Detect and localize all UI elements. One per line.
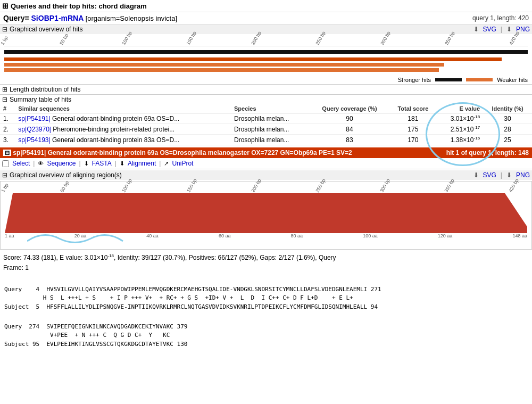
row1-seq: sp|P54191| General odorant-binding prote… [15,113,231,124]
hit-toolbar: Select | 👁 Sequence | ⬇ FASTA | ⬇ Alignm… [0,158,532,169]
chord-diagram-header: ⊞ Queries and their top hits: chord diag… [0,0,532,12]
table-row[interactable]: 1. sp|P54191| General odorant-binding pr… [0,113,532,124]
graphical-aligning-body: 1 bp 50 bp 100 bp 150 bp 200 bp 250 bp 3… [0,181,532,250]
mid-seq-2: V+PEE + N +++ C Q G D C+ Y KC [4,332,170,339]
ruler-ticks-line [4,46,528,47]
query-title: Query= SiOBP1-mRNA [organism=Solenopsis … [3,14,177,22]
row3-score: 170 [389,135,437,145]
graphical-overview-label: Graphical overview of hits [10,26,82,33]
row1-coverage: 90 [310,113,389,124]
plus-icon[interactable]: ⊞ [2,2,9,10]
export-svg-link[interactable]: SVG [483,26,496,33]
mid-seq-1: H S L +++L + S + I P +++ V+ + RC+ + G S … [4,294,353,301]
row2-seq: sp|Q23970| Pheromone-binding protein-rel… [15,124,231,135]
query-end-2: 379 [173,323,188,330]
row2-score: 175 [389,124,437,135]
row2-identity: 28 [483,124,532,135]
col-identity: Identity (%) [483,104,532,113]
length-dist-label: Length distribution of hits [10,86,80,93]
table-row[interactable]: 3. sp|P54193| General odorant-binding pr… [0,135,532,145]
row2-id-link[interactable]: sp|Q23970| [18,126,51,133]
row3-species: Drosophila melan... [231,135,310,145]
row3-id-link[interactable]: sp|P54193| [18,136,50,144]
subject-seq-2: EVLPEEIHKTINGLVSSCGTQKGKDGCDTAYETVKC [46,341,173,348]
query-bar [4,50,528,54]
swish-area [1,238,531,249]
row1-id-link[interactable]: sp|P54191| [18,115,50,122]
aligning-svg [5,193,527,233]
graphical-export-links: ⬇ SVG | ⬇ PNG [473,26,530,33]
table-header-row: # Similar sequences Species Query covera… [0,104,532,113]
subject-end-2: 130 [173,341,188,348]
aligning-png-link[interactable]: PNG [516,171,530,179]
aligning-export-links: ⬇ SVG | ⬇ PNG [473,171,530,179]
row1-evalue: 3.01×10-18 [437,113,483,124]
col-coverage: Query coverage (%) [310,104,389,113]
subject-seq-1: HFSFFLALLILYDLIPSNQGVE-INPTIIKQVRKLRMRCL… [46,303,367,310]
row3-identity: 25 [483,135,532,145]
subject-label-1: Subject 5 [4,303,46,310]
score-line: Score: 74.33 (181), E value: 3.01×10-18,… [3,253,529,263]
sequence-link[interactable]: Sequence [47,160,76,167]
weaker-hits-bar [466,78,493,81]
weaker-hits-label: Weaker hits [497,77,528,83]
row3-name: General odorant-binding protein 83a OS=D… [52,136,179,144]
stronger-hits-bar [435,78,462,81]
row2-name: Pheromone-binding protein-related protei… [53,126,174,133]
swish-svg [27,230,134,252]
hit-bars-area [4,48,528,75]
row3-evalue: 1.38×10-16 [437,135,483,145]
col-species: Species [231,104,310,113]
ruler-top: 1 bp 50 bp 100 bp 150 bp 200 bp 250 bp 3… [0,34,532,46]
row2-evalue: 2.51×10-17 [437,124,483,135]
swish-path [27,235,123,243]
row3-coverage: 83 [310,135,389,145]
aligning-minus-icon[interactable]: ⊟ [2,171,7,179]
row1-species: Drosophila melan... [231,113,310,124]
row3-num: 3. [0,135,15,145]
score-section: Score: 74.33 (181), E value: 3.01×10-18,… [0,251,532,275]
row1-score: 181 [389,113,437,124]
summary-table-label: Summary table of hits [10,96,71,103]
score-rest: , Identity: 39/127 (30.7%), Positives: 6… [114,254,336,261]
row2-coverage: 84 [310,124,389,135]
select-checkbox[interactable] [2,160,9,167]
alignment-block-2: Query 274 SVIPEEFQEIGNKILNKCAVQDGADKCEKI… [0,312,532,350]
row3-seq: sp|P54193| General odorant-binding prote… [15,135,231,145]
select-link[interactable]: Select [12,160,30,167]
length-dist-plus-icon[interactable]: ⊞ [2,86,7,93]
stronger-hits-label: Stronger hits [398,77,431,83]
hit-bar-3 [4,68,439,72]
selected-hit-row[interactable]: ⊟ sp|P54191| General odorant-binding pro… [0,147,532,158]
col-similar-seq: Similar sequences [15,104,231,113]
subject-label-2: Subject 95 [4,341,46,348]
row1-num: 1. [0,113,15,124]
col-num: # [0,104,15,113]
summary-minus-icon[interactable]: ⊟ [2,96,7,103]
query-name: SiOBP1-mRNA [31,14,84,22]
aligning-svg-link[interactable]: SVG [483,171,496,179]
summary-table-container: # Similar sequences Species Query covera… [0,104,532,145]
uniprot-link[interactable]: UniProt [172,160,193,167]
row2-species: Drosophila melan... [231,124,310,135]
aligning-fill-area [5,193,527,233]
graphical-overview-body: 1 bp 50 bp 100 bp 150 bp 200 bp 250 bp 3… [0,34,532,84]
selected-hit-id: sp|P54191| [13,149,47,156]
length-dist-header[interactable]: ⊞ Length distribution of hits [0,84,532,94]
graphical-minus-icon[interactable]: ⊟ [2,26,7,33]
selected-hit-meta: hit 1 of query 1, length: 148 [446,149,529,156]
query-seq-1: HVSVILGVVLLQAIYVSAAPPDWIPPEMLEMVQGDKERCM… [46,286,367,293]
selected-hit-desc: General odorant-binding protein 69a OS=D… [48,149,352,156]
alignment-link[interactable]: Alignment [128,160,156,167]
score-exp: -18 [107,253,114,258]
alignment-block-1: Query 4 HVSVILGVVLLQAIYVSAAPPDWIPPEMLEMV… [0,275,532,312]
hit-bar-2 [4,63,444,67]
col-score: Total score [389,104,437,113]
summary-table-header[interactable]: ⊟ Summary table of hits [0,94,532,104]
selected-hit-info: ⊟ sp|P54191| General odorant-binding pro… [3,149,352,156]
score-text: Score: 74.33 (181), E value: 3.01×10 [3,254,107,261]
trapezoid [5,193,527,233]
fasta-link[interactable]: FASTA [92,160,112,167]
table-row[interactable]: 2. sp|Q23970| Pheromone-binding protein-… [0,124,532,135]
query-seq-2: SVIPEEFQEIGNKILNKCAVQDGADKCEKIYNVAKC [46,323,173,330]
